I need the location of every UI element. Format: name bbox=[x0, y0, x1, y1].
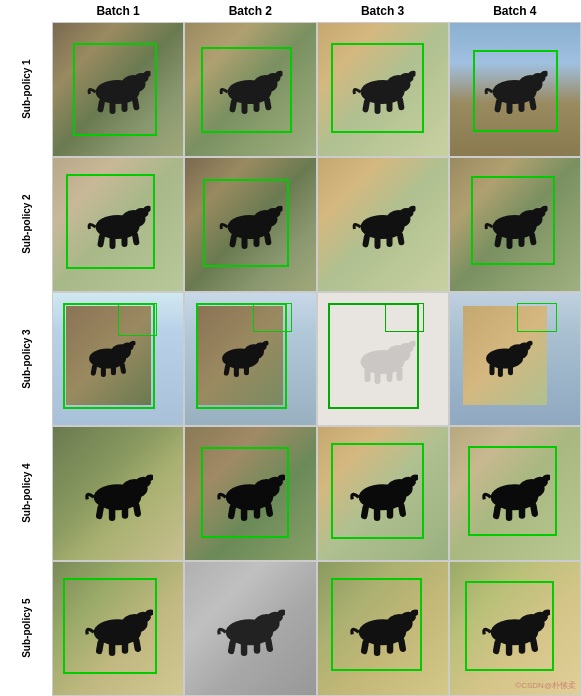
cell-2-4 bbox=[449, 157, 581, 292]
watermark-text: ©CSDN@朴愫柔 bbox=[515, 680, 576, 691]
dog-silhouette bbox=[83, 601, 153, 656]
dog-silhouette-inner bbox=[478, 335, 533, 377]
svg-rect-92 bbox=[498, 365, 503, 377]
svg-rect-37 bbox=[110, 235, 116, 249]
svg-rect-23 bbox=[396, 96, 404, 111]
svg-rect-31 bbox=[528, 96, 536, 111]
svg-rect-86 bbox=[396, 367, 402, 381]
svg-rect-84 bbox=[374, 370, 380, 384]
svg-rect-107 bbox=[241, 506, 247, 521]
cell-1-3 bbox=[317, 22, 449, 157]
corner-cell bbox=[0, 0, 52, 22]
svg-rect-44 bbox=[229, 233, 237, 248]
cell-2-2 bbox=[184, 157, 316, 292]
subpolicy1-label: Sub-policy 1 bbox=[0, 22, 52, 157]
dog-silhouette bbox=[215, 601, 285, 656]
svg-rect-83 bbox=[364, 368, 370, 382]
svg-rect-70 bbox=[111, 363, 116, 375]
svg-rect-54 bbox=[386, 233, 392, 247]
svg-rect-21 bbox=[374, 100, 380, 114]
svg-rect-123 bbox=[506, 506, 512, 521]
subpolicy2-label: Sub-policy 2 bbox=[0, 157, 52, 292]
cell-2-1 bbox=[52, 157, 184, 292]
svg-rect-14 bbox=[254, 98, 260, 112]
svg-rect-147 bbox=[373, 640, 379, 655]
cell-1-2 bbox=[184, 22, 316, 157]
svg-rect-29 bbox=[506, 100, 512, 114]
svg-rect-69 bbox=[101, 365, 106, 377]
svg-rect-122 bbox=[492, 503, 501, 519]
svg-rect-78 bbox=[244, 363, 249, 375]
dog-silhouette bbox=[482, 64, 547, 114]
cell-4-2 bbox=[184, 426, 316, 561]
cell-4-3 bbox=[317, 426, 449, 561]
cell-5-3 bbox=[317, 561, 449, 696]
svg-rect-63 bbox=[528, 231, 536, 246]
svg-rect-55 bbox=[396, 231, 404, 246]
svg-rect-6 bbox=[122, 98, 128, 112]
svg-rect-47 bbox=[264, 231, 272, 246]
cell-3-4 bbox=[449, 292, 581, 427]
cell-4-4 bbox=[449, 426, 581, 561]
svg-rect-125 bbox=[529, 501, 538, 517]
svg-rect-131 bbox=[109, 640, 115, 655]
dog-silhouette bbox=[218, 199, 283, 249]
svg-rect-38 bbox=[122, 233, 128, 247]
dog-silhouette bbox=[348, 601, 418, 656]
cell-3-1 bbox=[52, 292, 184, 427]
svg-rect-140 bbox=[254, 638, 260, 653]
svg-rect-138 bbox=[228, 638, 237, 654]
svg-rect-30 bbox=[518, 98, 524, 112]
svg-rect-114 bbox=[360, 503, 369, 519]
svg-rect-132 bbox=[122, 638, 128, 653]
svg-rect-101 bbox=[133, 501, 142, 517]
cell-3-2 bbox=[184, 292, 316, 427]
svg-rect-12 bbox=[229, 98, 237, 113]
svg-rect-115 bbox=[373, 506, 379, 521]
svg-rect-61 bbox=[506, 235, 512, 249]
svg-rect-149 bbox=[397, 636, 406, 652]
svg-rect-109 bbox=[265, 501, 274, 517]
svg-rect-7 bbox=[132, 96, 140, 111]
cell-3-3 bbox=[317, 292, 449, 427]
dog-silhouette bbox=[480, 466, 550, 521]
svg-rect-85 bbox=[386, 368, 392, 382]
svg-rect-60 bbox=[494, 233, 502, 248]
cell-4-1 bbox=[52, 426, 184, 561]
svg-rect-46 bbox=[254, 233, 260, 247]
svg-rect-39 bbox=[132, 231, 140, 246]
svg-rect-77 bbox=[233, 365, 238, 377]
cell-5-1 bbox=[52, 561, 184, 696]
svg-rect-20 bbox=[362, 98, 370, 113]
svg-rect-157 bbox=[529, 636, 538, 652]
svg-rect-68 bbox=[91, 363, 98, 375]
svg-rect-106 bbox=[228, 503, 237, 519]
svg-rect-116 bbox=[386, 503, 392, 518]
svg-rect-141 bbox=[265, 636, 274, 652]
cell-2-3 bbox=[317, 157, 449, 292]
dog-silhouette bbox=[218, 64, 283, 114]
batch4-header: Batch 4 bbox=[449, 0, 581, 22]
svg-rect-52 bbox=[362, 233, 370, 248]
svg-rect-148 bbox=[386, 638, 392, 653]
batch1-header: Batch 1 bbox=[52, 0, 184, 22]
dog-silhouette-inner bbox=[213, 335, 268, 377]
svg-rect-108 bbox=[254, 503, 260, 518]
dog-silhouette bbox=[83, 466, 153, 521]
dog-silhouette bbox=[482, 199, 547, 249]
svg-rect-93 bbox=[508, 363, 513, 375]
dog-silhouette bbox=[215, 466, 285, 521]
cell-5-4: ©CSDN@朴愫柔 bbox=[449, 561, 581, 696]
svg-rect-62 bbox=[518, 233, 524, 247]
cell-1-1 bbox=[52, 22, 184, 157]
dog-silhouette bbox=[350, 199, 415, 249]
svg-rect-99 bbox=[109, 506, 115, 521]
dog-silhouette bbox=[350, 334, 415, 384]
svg-rect-53 bbox=[374, 235, 380, 249]
svg-rect-36 bbox=[97, 233, 105, 248]
svg-rect-5 bbox=[110, 100, 116, 114]
svg-rect-156 bbox=[519, 638, 525, 653]
svg-rect-4 bbox=[97, 98, 105, 113]
svg-rect-155 bbox=[506, 640, 512, 655]
dog-silhouette bbox=[350, 64, 415, 114]
